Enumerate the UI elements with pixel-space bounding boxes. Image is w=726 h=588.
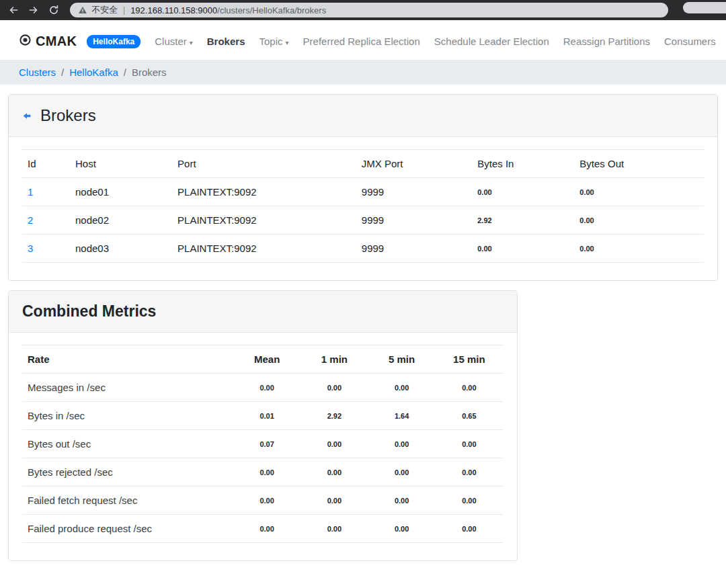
metrics-header-row: Rate Mean 1 min 5 min 15 min — [22, 345, 503, 374]
breadcrumb-current: Brokers — [132, 67, 167, 78]
metric-value: 0.00 — [436, 458, 503, 487]
broker-port: PLAINTEXT:9092 — [172, 178, 356, 206]
url-separator: | — [123, 5, 125, 15]
metric-value: 0.00 — [436, 487, 503, 515]
cmak-logo-icon — [19, 34, 32, 49]
breadcrumb-clusters[interactable]: Clusters — [19, 67, 56, 78]
brand-text: CMAK — [36, 34, 77, 49]
combined-metrics-title: Combined Metrics — [22, 302, 156, 321]
metric-value: 0.00 — [369, 487, 436, 515]
broker-id-link[interactable]: 2 — [28, 214, 33, 226]
metric-value: 0.00 — [234, 458, 301, 487]
col-5min: 5 min — [369, 345, 436, 374]
nav-item-preferred-replica-election[interactable]: Preferred Replica Election — [303, 36, 420, 47]
browser-toolbar: 不安全 | 192.168.110.158:9000/clusters/Hell… — [0, 0, 726, 20]
broker-bytes-out: 0.00 — [574, 178, 704, 206]
metric-value: 0.00 — [436, 430, 503, 458]
metric-value: 0.00 — [369, 374, 436, 402]
col-rate: Rate — [22, 345, 234, 374]
refresh-icon[interactable] — [46, 2, 62, 18]
nav-item-reassign-partitions[interactable]: Reassign Partitions — [563, 36, 650, 47]
address-bar[interactable]: 不安全 | 192.168.110.158:9000/clusters/Hell… — [70, 3, 668, 17]
col-host: Host — [70, 150, 172, 178]
metric-value: 0.00 — [234, 374, 301, 402]
metric-value: 0.00 — [301, 458, 368, 487]
broker-jmx-port: 9999 — [356, 206, 472, 235]
combined-metrics-header: Combined Metrics — [9, 291, 517, 333]
metric-value: 0.65 — [436, 402, 503, 430]
broker-jmx-port: 9999 — [356, 178, 472, 206]
metric-row: Bytes in /sec0.012.921.640.65 — [22, 402, 503, 430]
broker-bytes-in: 2.92 — [472, 206, 574, 235]
broker-bytes-out: 0.00 — [574, 235, 704, 263]
brokers-header-row: Id Host Port JMX Port Bytes In Bytes Out — [22, 150, 704, 178]
nav-item-brokers[interactable]: Brokers — [207, 36, 245, 47]
broker-host: node03 — [70, 235, 172, 263]
metric-value: 0.00 — [369, 515, 436, 543]
metric-value: 0.00 — [436, 515, 503, 543]
col-jmx-port: JMX Port — [356, 150, 472, 178]
brokers-title: Brokers — [40, 106, 96, 125]
breadcrumb-cluster-name[interactable]: HelloKafka — [69, 67, 118, 78]
metric-rate-label: Bytes in /sec — [22, 402, 234, 430]
brokers-panel-header: Brokers — [9, 95, 717, 137]
metric-rate-label: Failed produce request /sec — [22, 515, 234, 543]
col-port: Port — [172, 150, 356, 178]
broker-jmx-port: 9999 — [356, 235, 472, 263]
broker-bytes-out: 0.00 — [574, 206, 704, 235]
metric-row: Bytes rejected /sec0.000.000.000.00 — [22, 458, 503, 487]
metric-rate-label: Bytes rejected /sec — [22, 458, 234, 487]
breadcrumb: Clusters / HelloKafka / Brokers — [0, 60, 726, 85]
metric-row: Failed fetch request /sec0.000.000.000.0… — [22, 487, 503, 515]
breadcrumb-separator: / — [61, 67, 64, 78]
security-warning-icon — [78, 5, 87, 15]
nav-item-topic[interactable]: Topic▾ — [259, 36, 288, 47]
brokers-panel-body: Id Host Port JMX Port Bytes In Bytes Out… — [9, 137, 717, 280]
broker-id-link[interactable]: 1 — [28, 186, 33, 198]
broker-row: 1node01PLAINTEXT:909299990.000.00 — [22, 178, 704, 206]
metric-value: 0.01 — [234, 402, 301, 430]
broker-row: 2node02PLAINTEXT:909299992.920.00 — [22, 206, 704, 235]
chevron-down-icon: ▾ — [286, 39, 289, 46]
cluster-badge[interactable]: HelloKafka — [87, 35, 140, 48]
nav-item-cluster[interactable]: Cluster▾ — [155, 36, 193, 47]
metric-value: 0.00 — [234, 515, 301, 543]
broker-bytes-in: 0.00 — [472, 178, 574, 206]
col-mean: Mean — [234, 345, 301, 374]
broker-host: node01 — [70, 178, 172, 206]
broker-bytes-in: 0.00 — [472, 235, 574, 263]
metric-value: 2.92 — [301, 402, 368, 430]
nav-item-schedule-leader-election[interactable]: Schedule Leader Election — [434, 36, 549, 47]
browser-corner-element — [683, 2, 726, 13]
combined-metrics-body: Rate Mean 1 min 5 min 15 min Messages in… — [9, 333, 517, 560]
combined-metrics-table: Rate Mean 1 min 5 min 15 min Messages in… — [22, 345, 503, 543]
back-arrow-icon[interactable] — [22, 112, 32, 120]
col-15min: 15 min — [436, 345, 503, 374]
back-icon[interactable] — [5, 2, 22, 18]
metric-row: Failed produce request /sec0.000.000.000… — [22, 515, 503, 543]
col-bytes-in: Bytes In — [472, 150, 574, 178]
security-label: 不安全 — [91, 4, 118, 16]
metric-rate-label: Messages in /sec — [22, 374, 234, 402]
metric-value: 0.00 — [301, 487, 368, 515]
broker-host: node02 — [70, 206, 172, 235]
forward-icon[interactable] — [26, 2, 42, 18]
combined-metrics-panel: Combined Metrics Rate Mean 1 min 5 min 1… — [8, 290, 518, 561]
chevron-down-icon: ▾ — [190, 39, 193, 46]
metric-value: 0.07 — [234, 430, 301, 458]
brand-link[interactable]: CMAK — [19, 34, 77, 49]
url-domain: 192.168.110.158:9000 — [130, 5, 217, 15]
metric-row: Messages in /sec0.000.000.000.00 — [22, 374, 503, 402]
nav-item-consumers[interactable]: Consumers — [664, 36, 716, 47]
broker-port: PLAINTEXT:9092 — [172, 235, 356, 263]
breadcrumb-separator: / — [124, 67, 126, 78]
metric-rate-label: Failed fetch request /sec — [22, 487, 234, 515]
broker-id-link[interactable]: 3 — [28, 243, 33, 254]
metric-value: 0.00 — [301, 515, 368, 543]
metric-row: Bytes out /sec0.070.000.000.00 — [22, 430, 503, 458]
metric-value: 0.00 — [234, 487, 301, 515]
metric-value: 0.00 — [301, 374, 368, 402]
col-bytes-out: Bytes Out — [574, 150, 704, 178]
metric-value: 0.00 — [369, 458, 436, 487]
brokers-table: Id Host Port JMX Port Bytes In Bytes Out… — [22, 149, 704, 263]
